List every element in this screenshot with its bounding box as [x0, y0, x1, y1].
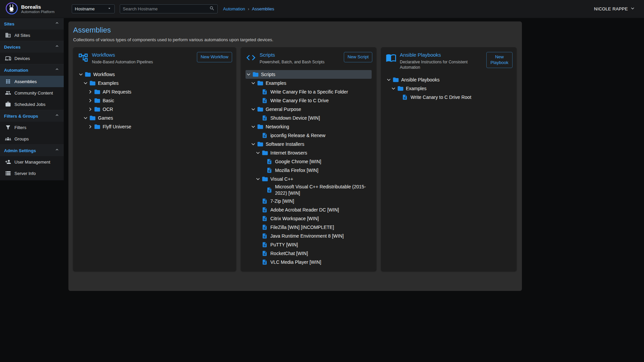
chevron-down-icon[interactable] — [83, 115, 89, 121]
workflows-card: Workflows Node-Based Automation Pipeline… — [73, 47, 236, 271]
tree-file-row[interactable]: VLC Media Player [WIN] — [246, 258, 372, 266]
tree-folder-row[interactable]: Internet Browsers — [246, 148, 372, 157]
tree-file-row[interactable]: 7-Zip [WIN] — [246, 197, 372, 205]
chevron-down-icon[interactable] — [255, 176, 262, 182]
tree-item-label: Visual C++ — [270, 176, 372, 182]
breadcrumb-automation[interactable]: Automation — [223, 6, 245, 11]
tree-folder-row[interactable]: Software Installers — [246, 140, 372, 148]
tree-file-row[interactable]: Write Canary to C Drive Root — [386, 93, 512, 102]
user-menu[interactable]: NICOLE RAPPE — [594, 6, 644, 12]
chevron-right-icon[interactable] — [87, 124, 94, 130]
hostname-select[interactable]: Hostname — [72, 4, 115, 13]
tree-folder-row[interactable]: Workflows — [78, 70, 231, 79]
new-script-button[interactable]: New Script — [344, 52, 372, 62]
tree-file-row[interactable]: Mozilla Firefox [WIN] — [246, 166, 372, 175]
chevron-down-icon[interactable] — [250, 80, 257, 86]
chevron-down-icon[interactable] — [246, 71, 252, 77]
tree-item-label: Write Canary File to a Specific Folder — [270, 89, 372, 95]
section-label: Filters & Groups — [4, 114, 38, 119]
sidebar-item-assemblies[interactable]: Assemblies — [0, 76, 64, 87]
tree-folder-row[interactable]: Networking — [246, 122, 372, 131]
tree-item-label: Citrix Workspace [WIN] — [270, 216, 372, 222]
chevron-right-icon[interactable] — [87, 89, 94, 95]
chevron-up-icon — [54, 113, 60, 119]
tree-file-row[interactable]: Java Runtime Environment 8 [WIN] — [246, 232, 372, 240]
chevron-down-icon[interactable] — [255, 150, 262, 156]
tree-file-row[interactable]: FileZilla [WIN] [INCOMPLETE] — [246, 223, 372, 232]
tree-folder-row[interactable]: Games — [78, 114, 231, 122]
tree-file-row[interactable]: Write Canary File to a Specific Folder — [246, 87, 372, 96]
tree-file-row[interactable]: Citrix Workspace [WIN] — [246, 214, 372, 223]
section-label: Automation — [4, 68, 28, 73]
sidebar-section-automation: Automation Assemblies Community Content … — [0, 64, 64, 110]
tree-file-row[interactable]: Shutdown Device [WIN] — [246, 114, 372, 122]
search-input[interactable] — [123, 6, 209, 11]
chevron-down-icon — [630, 6, 635, 12]
tree-item-label: 7-Zip [WIN] — [270, 198, 372, 204]
tree-file-row[interactable]: Microsoft Visual C++ Redistributable (20… — [246, 183, 372, 197]
tree-folder-row[interactable]: Examples — [386, 84, 512, 93]
tree-folder-row[interactable]: Basic — [78, 96, 231, 105]
tree-item-label: Networking — [266, 124, 372, 130]
tree-folder-row[interactable]: Visual C++ — [246, 175, 372, 183]
tree-file-row[interactable]: Google Chrome [WIN] — [246, 157, 372, 166]
sidebar-item-label: User Management — [14, 160, 50, 165]
tree-item-label: Google Chrome [WIN] — [275, 159, 372, 165]
sidebar-item-community-content[interactable]: Community Content — [0, 87, 64, 99]
tree-item-label: Write Canary to C Drive Root — [411, 94, 512, 101]
brand-subtitle: Automation Platform — [21, 10, 55, 14]
sidebar-item-devices[interactable]: Devices — [0, 53, 64, 64]
tree-item-label: Write Canary File to C Drive — [270, 98, 372, 104]
chevron-right-icon[interactable] — [87, 98, 94, 104]
ansible-tree: Ansible PlaybooksExamplesWrite Canary to… — [381, 73, 517, 105]
sidebar-section-header-filters-groups[interactable]: Filters & Groups — [0, 110, 64, 122]
chevron-down-icon[interactable] — [78, 71, 85, 77]
tree-folder-row[interactable]: OCR — [78, 105, 231, 114]
sidebar-section-header-sites[interactable]: Sites — [0, 18, 64, 29]
tree-folder-row[interactable]: General Purpose — [246, 105, 372, 114]
tree-folder-row[interactable]: Scripts — [246, 70, 372, 79]
chevron-down-icon[interactable] — [386, 77, 392, 83]
chevron-down-icon[interactable] — [250, 124, 257, 130]
tree-folder-row[interactable]: Examples — [78, 79, 231, 87]
sidebar-item-user-management[interactable]: User Management — [0, 156, 64, 168]
sidebar-item-server-info[interactable]: Server Info — [0, 168, 64, 179]
breadcrumb-separator: › — [248, 6, 249, 11]
tree-folder-row[interactable]: Examples — [246, 79, 372, 87]
card-title: Workflows — [92, 52, 194, 58]
tree-item-label: VLC Media Player [WIN] — [270, 259, 372, 265]
chevron-down-icon[interactable] — [390, 85, 397, 92]
tree-item-label: ipconfig Release & Renew — [270, 132, 372, 139]
tree-folder-row[interactable]: Ansible Playbooks — [386, 75, 512, 84]
tree-item-label: FileZilla [WIN] [INCOMPLETE] — [270, 224, 372, 231]
sidebar-item-filters[interactable]: Filters — [0, 122, 64, 133]
breadcrumb-assemblies[interactable]: Assemblies — [252, 6, 274, 11]
chevron-down-icon[interactable] — [83, 80, 89, 86]
new-workflow-button[interactable]: New Workflow — [197, 52, 232, 62]
tree-item-label: Mozilla Firefox [WIN] — [275, 167, 372, 174]
sidebar-section-header-automation[interactable]: Automation — [0, 64, 64, 76]
new-playbook-button[interactable]: New Playbook — [486, 52, 513, 68]
folder-icon — [89, 115, 98, 121]
tree-file-row[interactable]: ipconfig Release & Renew — [246, 131, 372, 140]
sidebar-item-all-sites[interactable]: All Sites — [0, 29, 64, 41]
search-icon[interactable] — [209, 6, 215, 12]
tree-file-row[interactable]: RocketChat [WIN] — [246, 249, 372, 258]
sidebar-section-header-admin-settings[interactable]: Admin Settings — [0, 145, 64, 156]
chevron-down-icon[interactable] — [250, 106, 257, 112]
tree-file-row[interactable]: Adobe Acrobat Reader DC [WIN] — [246, 205, 372, 214]
chevron-down-icon[interactable] — [250, 141, 257, 147]
tree-item-label: Basic — [103, 98, 231, 104]
chevron-right-icon[interactable] — [87, 106, 94, 112]
tree-folder-row[interactable]: API Requests — [78, 87, 231, 96]
tree-file-row[interactable]: PuTTY [WIN] — [246, 240, 372, 249]
tree-item-label: Microsoft Visual C++ Redistributable (20… — [275, 184, 372, 196]
sidebar-section-header-devices[interactable]: Devices — [0, 41, 64, 53]
tree-file-row[interactable]: Write Canary File to C Drive — [246, 96, 372, 105]
file-icon — [266, 159, 275, 165]
sidebar-item-groups[interactable]: Groups — [0, 133, 64, 144]
folder-icon — [257, 141, 266, 147]
sidebar-item-scheduled-jobs[interactable]: Scheduled Jobs — [0, 99, 64, 110]
file-icon — [262, 198, 270, 204]
tree-folder-row[interactable]: Flyff Universe — [78, 122, 231, 131]
